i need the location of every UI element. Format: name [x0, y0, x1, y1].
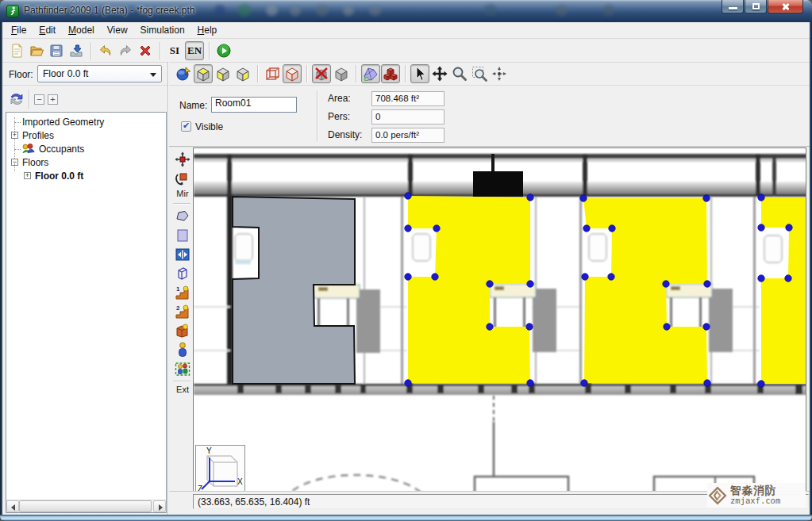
minimize-button[interactable]: [722, 0, 744, 13]
vertex-handle[interactable]: [758, 275, 764, 282]
vertex-handle[interactable]: [527, 281, 533, 287]
tree-item-floors[interactable]: − Floors: [6, 156, 166, 170]
horizontal-scrollbar[interactable]: [6, 500, 166, 512]
model-canvas[interactable]: Y X Z: [193, 147, 806, 497]
menu-help[interactable]: Help: [191, 23, 224, 37]
hide-object-button[interactable]: [312, 64, 331, 83]
vertex-handle[interactable]: [527, 380, 533, 386]
vertex-handle[interactable]: [703, 324, 710, 330]
scroll-right-button[interactable]: [153, 500, 166, 512]
vertex-handle[interactable]: [580, 195, 587, 201]
vertex-handle[interactable]: [581, 380, 587, 386]
view-front-button[interactable]: [214, 64, 233, 83]
collapse-all-button[interactable]: −: [34, 94, 44, 105]
expand-icon[interactable]: +: [24, 172, 31, 179]
expand-icon[interactable]: +: [11, 132, 18, 139]
show-objects-button[interactable]: [381, 64, 400, 83]
visible-checkbox[interactable]: [181, 121, 191, 132]
expand-all-button[interactable]: +: [48, 94, 58, 105]
name-input[interactable]: Room01: [211, 97, 297, 113]
pan-tool-button[interactable]: [430, 64, 449, 83]
mirror-tool[interactable]: Mir: [173, 189, 192, 198]
wireframe-mode-button[interactable]: [263, 64, 282, 83]
tree-item-floor-0[interactable]: + Floor 0.0 ft: [6, 170, 166, 183]
scrollbar-thumb[interactable]: [19, 500, 152, 512]
vertex-handle[interactable]: [704, 281, 710, 287]
scroll-left-button[interactable]: [6, 500, 19, 512]
zoom-tool-button[interactable]: [450, 64, 469, 83]
view-top-button[interactable]: [194, 64, 213, 83]
vertex-handle[interactable]: [405, 380, 411, 386]
vertex-handle[interactable]: [405, 274, 411, 280]
escalator-tool[interactable]: [173, 322, 192, 339]
zoom-fit-tool-button[interactable]: [490, 64, 509, 83]
vertex-handle[interactable]: [663, 281, 669, 287]
add-occupant-group-tool[interactable]: [173, 360, 192, 377]
menu-simulation[interactable]: Simulation: [134, 23, 191, 37]
maximize-button[interactable]: [745, 0, 767, 13]
vertex-handle[interactable]: [758, 194, 764, 201]
vertex-handle[interactable]: [704, 380, 710, 386]
close-button[interactable]: [768, 0, 803, 13]
vertex-handle[interactable]: [583, 225, 590, 232]
show-terrain-button[interactable]: [361, 64, 380, 83]
prism-tool[interactable]: [173, 265, 192, 282]
vertex-handle[interactable]: [786, 224, 792, 231]
vertex-handle[interactable]: [405, 225, 411, 232]
vertex-handle[interactable]: [487, 281, 493, 287]
vertex-handle[interactable]: [785, 275, 791, 282]
stairs-two-point-tool[interactable]: 2: [173, 303, 192, 320]
rectangle-room-tool[interactable]: [173, 227, 192, 244]
door-tool[interactable]: [173, 246, 192, 263]
save-button[interactable]: [47, 41, 66, 60]
vertex-handle[interactable]: [582, 274, 588, 280]
move-object-tool[interactable]: [173, 151, 192, 168]
vertex-handle[interactable]: [527, 194, 533, 201]
vertex-handle[interactable]: [609, 225, 615, 232]
zoom-box-tool-button[interactable]: [470, 64, 489, 83]
menu-edit[interactable]: Edit: [33, 23, 62, 37]
stairs-one-point-tool[interactable]: 1: [173, 284, 192, 301]
solid-mode-button[interactable]: [283, 64, 302, 83]
rotate-tool[interactable]: [173, 169, 192, 186]
vertex-handle[interactable]: [432, 274, 438, 280]
window-frame: [0, 515, 812, 521]
units-si-button[interactable]: SI: [165, 41, 184, 60]
units-en-button[interactable]: EN: [185, 41, 204, 60]
redo-button[interactable]: [116, 41, 135, 60]
vertex-handle[interactable]: [758, 381, 764, 387]
import-button[interactable]: [67, 41, 86, 60]
floor-dropdown[interactable]: Floor 0.0 ft: [37, 65, 162, 82]
select-tool-button[interactable]: [410, 64, 429, 83]
tree-item-occupants[interactable]: Occupants: [6, 143, 166, 156]
add-occupant-tool[interactable]: [173, 341, 192, 358]
room-room-4[interactable]: [761, 197, 806, 384]
extrude-tool[interactable]: Ext: [173, 385, 192, 394]
polygon-room-tool[interactable]: [173, 208, 192, 225]
vertex-handle[interactable]: [758, 224, 764, 231]
orbit-view-button[interactable]: [174, 64, 193, 83]
vertex-handle[interactable]: [703, 195, 710, 201]
undo-icon: [98, 43, 114, 59]
menu-model[interactable]: Model: [62, 23, 101, 37]
menu-view[interactable]: View: [101, 23, 134, 37]
vertex-handle[interactable]: [405, 193, 411, 199]
open-button[interactable]: [27, 41, 46, 60]
title-bar[interactable]: Pathfinder 2009.1 (Beta) - *fog creek.pt…: [0, 0, 812, 22]
delete-button[interactable]: [136, 41, 155, 60]
vertex-handle[interactable]: [526, 324, 533, 330]
tree-item-imported-geometry[interactable]: Imported Geometry: [6, 116, 166, 129]
filter-view-button[interactable]: [9, 91, 25, 110]
undo-button[interactable]: [96, 41, 115, 60]
menu-file[interactable]: File: [5, 23, 33, 37]
show-object-button[interactable]: [332, 64, 351, 83]
vertex-handle[interactable]: [664, 324, 670, 330]
new-document-button[interactable]: [7, 41, 26, 60]
vertex-handle[interactable]: [487, 324, 493, 330]
plan-column: [491, 154, 495, 173]
run-simulation-button[interactable]: [214, 41, 233, 60]
vertex-handle[interactable]: [608, 274, 614, 280]
vertex-handle[interactable]: [433, 225, 440, 232]
tree-item-profiles[interactable]: + Profiles: [6, 129, 166, 143]
view-side-button[interactable]: [233, 64, 252, 83]
